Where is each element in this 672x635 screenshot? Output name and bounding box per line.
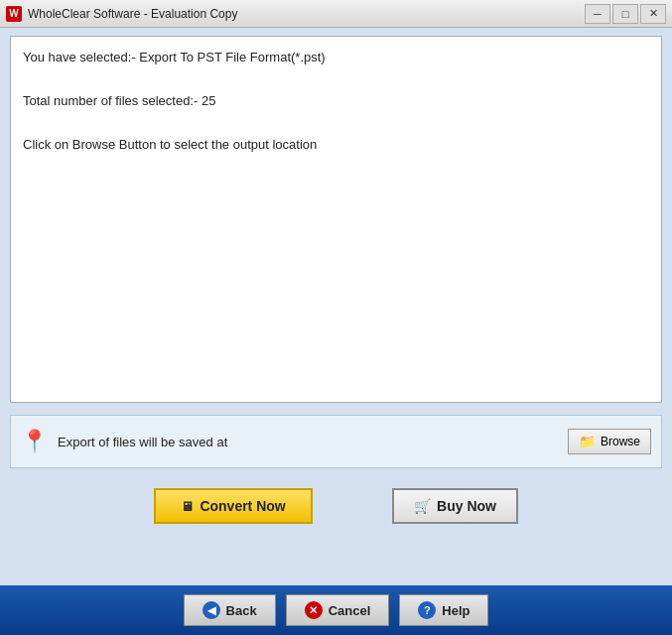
convert-icon: 🖥 <box>181 499 194 514</box>
bottom-bar: ◀ Back ✕ Cancel ? Help <box>0 585 672 635</box>
titlebar: W WholeClear Software - Evaluation Copy … <box>0 0 672 28</box>
help-button[interactable]: ? Help <box>399 594 488 626</box>
buy-label: Buy Now <box>437 498 496 514</box>
info-line1: You have selected:- Export To PST File F… <box>23 47 649 68</box>
titlebar-left: W WholeClear Software - Evaluation Copy <box>6 6 237 22</box>
browse-button[interactable]: 📁 Browse <box>568 429 651 454</box>
folder-icon: 📁 <box>579 434 596 449</box>
app-icon: W <box>6 6 22 22</box>
action-row: 🖥 Convert Now 🛒 Buy Now <box>10 488 662 524</box>
buy-now-button[interactable]: 🛒 Buy Now <box>392 488 518 524</box>
help-icon: ? <box>418 601 436 619</box>
cancel-button[interactable]: ✕ Cancel <box>286 594 390 626</box>
cart-icon: 🛒 <box>414 498 431 514</box>
save-location-left: 📍 Export of files will be saved at <box>21 431 227 452</box>
close-button[interactable]: ✕ <box>640 4 666 24</box>
save-location-row: 📍 Export of files will be saved at 📁 Bro… <box>10 415 662 468</box>
info-line2: Total number of files selected:- 25 <box>23 90 649 112</box>
back-label: Back <box>226 603 257 618</box>
back-button[interactable]: ◀ Back <box>184 594 276 626</box>
convert-label: Convert Now <box>200 498 285 514</box>
main-content: You have selected:- Export To PST File F… <box>0 28 672 585</box>
titlebar-title: WholeClear Software - Evaluation Copy <box>28 7 237 21</box>
browse-label: Browse <box>601 435 640 448</box>
cancel-label: Cancel <box>329 603 371 618</box>
back-icon: ◀ <box>202 601 220 619</box>
cancel-icon: ✕ <box>305 601 323 619</box>
maximize-button[interactable]: □ <box>612 4 638 24</box>
save-location-text: Export of files will be saved at <box>58 435 227 449</box>
pin-icon: 📍 <box>21 431 48 452</box>
info-line3: Click on Browse Button to select the out… <box>23 134 649 156</box>
minimize-button[interactable]: ─ <box>585 4 610 24</box>
convert-now-button[interactable]: 🖥 Convert Now <box>154 488 313 524</box>
titlebar-controls: ─ □ ✕ <box>585 4 666 24</box>
help-label: Help <box>442 603 470 618</box>
info-box: You have selected:- Export To PST File F… <box>10 36 662 403</box>
